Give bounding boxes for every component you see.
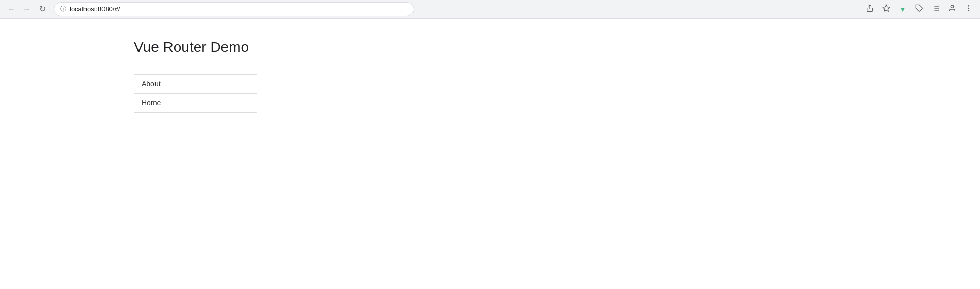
lock-icon: ⓘ <box>60 5 66 13</box>
svg-marker-1 <box>883 5 889 11</box>
about-link[interactable]: About <box>142 80 161 88</box>
svg-point-10 <box>968 6 969 6</box>
url-text: localhost:8080/#/ <box>70 5 407 13</box>
svg-point-11 <box>968 8 969 8</box>
home-link[interactable]: Home <box>142 99 161 107</box>
svg-point-9 <box>951 5 953 8</box>
share-icon <box>866 4 874 14</box>
page-content: Vue Router Demo About Home <box>0 19 980 113</box>
vue-extension-button[interactable]: ▼ <box>896 2 910 16</box>
list-item[interactable]: Home <box>134 94 257 112</box>
address-bar[interactable]: ⓘ localhost:8080/#/ <box>54 2 414 16</box>
share-button[interactable] <box>863 2 877 16</box>
forward-icon: → <box>23 5 31 14</box>
star-icon <box>882 4 890 14</box>
extensions-button[interactable] <box>912 2 926 16</box>
vue-icon: ▼ <box>899 5 906 13</box>
forward-button[interactable]: → <box>20 2 34 16</box>
account-icon <box>948 4 956 14</box>
page-title: Vue Router Demo <box>134 39 980 56</box>
list-item[interactable]: About <box>134 75 257 94</box>
browser-toolbar-right: ▼ <box>863 2 976 16</box>
browser-nav-buttons: ← → ↻ <box>4 2 49 16</box>
readinglist-button[interactable] <box>929 2 943 16</box>
svg-point-12 <box>968 10 969 11</box>
back-button[interactable]: ← <box>4 2 19 16</box>
nav-list: About Home <box>134 74 257 113</box>
menu-icon <box>965 4 973 14</box>
browser-chrome: ← → ↻ ⓘ localhost:8080/#/ <box>0 0 980 19</box>
account-button[interactable] <box>945 2 959 16</box>
bookmark-button[interactable] <box>879 2 893 16</box>
reload-icon: ↻ <box>39 4 46 14</box>
menu-button[interactable] <box>961 2 976 16</box>
back-icon: ← <box>7 5 15 14</box>
puzzle-icon <box>915 4 923 14</box>
readinglist-icon <box>932 4 940 14</box>
reload-button[interactable]: ↻ <box>35 2 49 16</box>
